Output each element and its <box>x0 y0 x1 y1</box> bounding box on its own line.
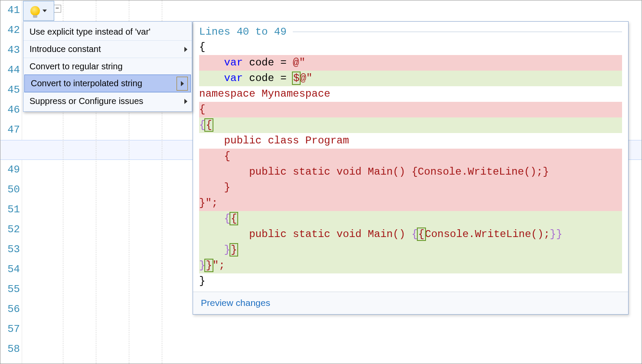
preview-panel: Lines 40 to 49 { var code = @" var code … <box>193 21 629 315</box>
menu-item[interactable]: Introduce constant <box>23 40 192 58</box>
line-number: 52 <box>0 220 22 240</box>
preview-line: { <box>199 39 622 55</box>
line-number: 44 <box>0 60 22 80</box>
preview-line-removed: { <box>199 149 622 164</box>
line-number: 54 <box>0 260 22 280</box>
preview-header: Lines 40 to 49 <box>199 26 622 38</box>
preview-line-removed: public static void Main() {Console.Write… <box>199 164 622 180</box>
preview-line-added: {{ <box>199 117 622 133</box>
preview-line-removed: } <box>199 180 622 195</box>
fold-toggle-icon[interactable]: – <box>53 5 61 13</box>
preview-line: } <box>199 273 622 289</box>
line-number: 43 <box>0 40 22 60</box>
line-number: 42 <box>0 20 22 40</box>
preview-line-removed: }"; <box>199 195 622 211</box>
line-number: 45 <box>0 80 22 100</box>
menu-item-label: Suppress or Configure issues <box>29 96 143 106</box>
preview-changes-link[interactable]: Preview changes <box>201 298 270 308</box>
menu-item-label: Introduce constant <box>29 44 101 54</box>
menu-item-label: Use explicit type instead of 'var' <box>29 27 151 36</box>
chevron-down-icon <box>43 10 47 12</box>
menu-item[interactable]: Use explicit type instead of 'var' <box>23 23 192 40</box>
line-number: 58 <box>0 339 22 359</box>
line-number-gutter: 414243444546474849505152535455565758 <box>0 0 22 364</box>
submenu-arrow-icon <box>184 47 187 52</box>
menu-item[interactable]: Convert to interpolated string <box>24 75 191 92</box>
preview-line-added: {{ <box>199 211 622 227</box>
quick-actions-menu: Use explicit type instead of 'var'Introd… <box>23 21 192 112</box>
line-number: 46 <box>0 100 22 120</box>
preview-line: namespace Mynamespace <box>199 86 622 102</box>
line-number: 55 <box>0 280 22 299</box>
code-line[interactable] <box>22 319 642 339</box>
preview-line-added: var code = $@" <box>199 71 622 86</box>
line-number: 53 <box>0 240 22 260</box>
preview-line: public class Program <box>199 133 622 149</box>
menu-item[interactable]: Suppress or Configure issues <box>23 92 192 110</box>
preview-line-removed: var code = @" <box>199 55 622 71</box>
preview-line-added: }} <box>199 242 622 258</box>
lightbulb-icon <box>30 6 40 16</box>
menu-item-label: Convert to regular string <box>29 62 123 71</box>
preview-footer: Preview changes <box>193 292 628 314</box>
menu-item[interactable]: Convert to regular string <box>23 58 192 75</box>
quick-actions-button[interactable] <box>23 1 54 21</box>
line-number: 50 <box>0 180 22 200</box>
preview-line-removed: { <box>199 102 622 117</box>
submenu-arrow-icon <box>184 99 187 104</box>
line-number: 51 <box>0 200 22 220</box>
preview-line-added: }}"; <box>199 258 622 273</box>
submenu-arrow-icon <box>177 77 188 91</box>
line-number: 57 <box>0 319 22 339</box>
line-number: 47 <box>0 120 22 140</box>
preview-range-label: Lines 40 to 49 <box>199 26 287 38</box>
line-number: 56 <box>0 299 22 319</box>
line-number: 41 <box>0 0 22 20</box>
menu-item-label: Convert to interpolated string <box>31 78 142 88</box>
line-number: 49 <box>0 160 22 180</box>
preview-line-added: public static void Main() {{Console.Writ… <box>199 227 622 242</box>
